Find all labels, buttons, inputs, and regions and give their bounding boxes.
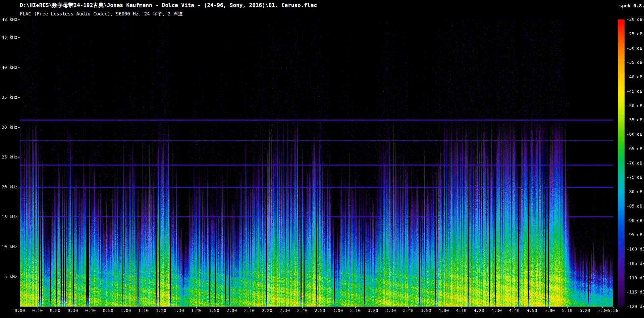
- frequency-tick-label: 35 kHz: [1, 95, 17, 100]
- db-tick-label: -50 dB: [627, 103, 642, 108]
- time-tick-mark: [179, 307, 179, 308]
- db-tick-label: -55 dB: [627, 117, 642, 123]
- db-tick-label: -40 dB: [627, 74, 642, 80]
- time-tick-mark: [613, 307, 613, 308]
- time-tick-label: 2:50: [313, 308, 327, 313]
- app-version: spek 0.8.2: [619, 3, 644, 9]
- time-tick-label: 5:20: [578, 308, 592, 313]
- time-tick-mark: [567, 307, 568, 308]
- time-tick-mark: [55, 307, 55, 308]
- frequency-tick-label: 10 kHz: [1, 244, 17, 249]
- frequency-tick-label: 48 kHz: [1, 17, 17, 22]
- time-tick-label: 3:30: [383, 308, 398, 313]
- db-tick-label: -90 dB: [627, 218, 642, 223]
- time-tick-label: 1:00: [118, 308, 133, 313]
- time-tick-label: 5:36: [606, 308, 621, 313]
- time-tick-label: 5:30: [595, 308, 610, 313]
- db-tick-label: -30 dB: [627, 46, 642, 51]
- time-tick-label: 3:50: [419, 308, 433, 313]
- frequency-tick-label: 25 kHz: [1, 154, 17, 160]
- time-tick-mark: [373, 307, 373, 308]
- time-tick-label: 2:00: [224, 308, 239, 313]
- frequency-tick-label: 40 kHz: [1, 65, 17, 70]
- file-path-title: D:\HI◆RES\数字母带24-192古典\Jonas Kaufmann - …: [20, 2, 317, 8]
- time-tick-label: 2:30: [277, 308, 292, 313]
- time-tick-mark: [426, 307, 426, 308]
- db-tick-label: -70 dB: [627, 161, 642, 166]
- db-tick-label: -85 dB: [627, 203, 642, 209]
- db-tick-label: -110 dB: [627, 275, 644, 281]
- time-tick-label: 4:10: [454, 308, 469, 313]
- db-tick-label: -25 dB: [627, 31, 642, 37]
- frequency-tick-label: 15 kHz: [1, 214, 17, 220]
- spectrogram-heatmap: [20, 19, 613, 307]
- time-tick-mark: [444, 307, 444, 308]
- time-tick-mark: [532, 307, 532, 308]
- time-tick-label: 1:10: [136, 308, 151, 313]
- db-tick-label: -65 dB: [627, 146, 642, 151]
- time-tick-label: 4:50: [525, 308, 539, 313]
- db-color-scale-bar: [618, 19, 625, 307]
- time-tick-mark: [285, 307, 285, 308]
- time-tick-mark: [73, 307, 73, 308]
- time-tick-label: 2:40: [295, 308, 310, 313]
- time-tick-label: 3:40: [401, 308, 416, 313]
- frequency-tick-label: 30 kHz: [1, 125, 17, 130]
- time-tick-label: 5:10: [560, 308, 575, 313]
- time-tick-mark: [38, 307, 38, 308]
- time-tick-label: 0:30: [65, 308, 80, 313]
- db-tick-label: -115 dB: [627, 289, 644, 295]
- db-tick-label: -95 dB: [627, 232, 642, 237]
- time-tick-label: 4:40: [507, 308, 522, 313]
- time-tick-mark: [408, 307, 409, 308]
- time-tick-label: 0:40: [83, 308, 98, 313]
- time-tick-label: 1:40: [189, 308, 204, 313]
- time-tick-mark: [249, 307, 250, 308]
- time-tick-mark: [20, 307, 20, 308]
- time-tick-mark: [549, 307, 550, 308]
- db-tick-label: -45 dB: [627, 89, 642, 94]
- time-tick-mark: [602, 307, 603, 308]
- time-tick-label: 0:20: [48, 308, 62, 313]
- time-tick-mark: [461, 307, 462, 308]
- frequency-tick-label: 45 kHz: [1, 35, 17, 40]
- time-tick-mark: [214, 307, 214, 308]
- db-tick-label: -120 dB: [627, 304, 644, 309]
- time-tick-mark: [267, 307, 267, 308]
- time-tick-mark: [108, 307, 108, 308]
- time-tick-mark: [196, 307, 197, 308]
- db-tick-label: -20 dB: [627, 17, 642, 22]
- time-tick-mark: [126, 307, 126, 308]
- db-tick-label: -80 dB: [627, 189, 642, 194]
- time-tick-label: 3:00: [330, 308, 345, 313]
- time-tick-mark: [302, 307, 303, 308]
- time-tick-mark: [479, 307, 479, 308]
- time-tick-label: 5:00: [542, 308, 557, 313]
- frequency-tick-label: 20 kHz: [1, 184, 17, 190]
- time-tick-label: 0:50: [101, 308, 115, 313]
- spek-window: D:\HI◆RES\数字母带24-192古典\Jonas Kaufmann - …: [0, 0, 644, 318]
- time-tick-mark: [514, 307, 515, 308]
- time-tick-mark: [91, 307, 91, 308]
- time-tick-label: 4:30: [489, 308, 504, 313]
- time-tick-mark: [320, 307, 320, 308]
- time-tick-mark: [585, 307, 585, 308]
- frequency-tick-label: 5 kHz: [1, 274, 17, 279]
- time-tick-label: 1:50: [207, 308, 221, 313]
- time-tick-label: 0:10: [30, 308, 45, 313]
- db-tick-label: -100 dB: [627, 246, 644, 252]
- db-tick-label: -105 dB: [627, 261, 644, 266]
- time-tick-mark: [144, 307, 144, 308]
- time-tick-label: 1:20: [154, 308, 168, 313]
- db-tick-label: -35 dB: [627, 60, 642, 65]
- time-tick-label: 4:20: [472, 308, 486, 313]
- time-tick-label: 1:30: [171, 308, 186, 313]
- format-info: FLAC (Free Lossless Audio Codec), 96000 …: [20, 11, 183, 16]
- time-tick-mark: [338, 307, 338, 308]
- time-tick-label: 4:00: [436, 308, 451, 313]
- time-tick-label: 3:10: [348, 308, 363, 313]
- time-tick-mark: [355, 307, 356, 308]
- time-tick-label: 0:00: [12, 308, 27, 313]
- time-tick-mark: [497, 307, 497, 308]
- time-tick-label: 2:10: [242, 308, 257, 313]
